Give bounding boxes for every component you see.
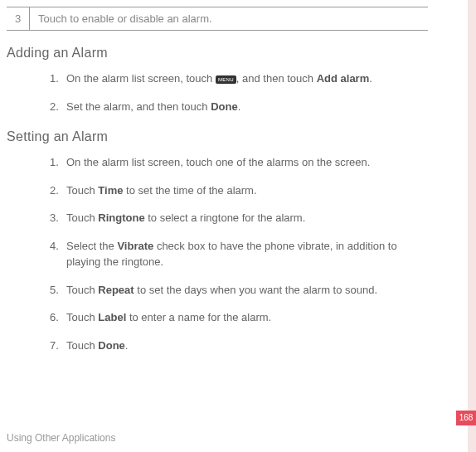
- setting-alarm-list: 1. On the alarm list screen, touch one o…: [50, 154, 420, 353]
- page-number-tab: 168: [456, 411, 476, 425]
- text-fragment: On the alarm list screen, touch one of t…: [66, 156, 370, 168]
- list-item: 5. Touch Repeat to set the days when you…: [50, 282, 420, 299]
- list-text: Touch Repeat to set the days when you wa…: [66, 282, 420, 299]
- adding-alarm-list: 1. On the alarm list screen, touch MENU,…: [50, 70, 420, 114]
- heading-adding-alarm: Adding an Alarm: [7, 46, 428, 61]
- table-cell-text: Touch to enable or disable an alarm.: [30, 7, 428, 30]
- list-number: 5.: [50, 282, 63, 299]
- list-text: Touch Label to enter a name for the alar…: [66, 309, 420, 326]
- bold-text: Done: [98, 339, 125, 352]
- bold-text: Label: [98, 311, 126, 323]
- list-item: 1. On the alarm list screen, touch MENU,…: [50, 70, 420, 87]
- table-cell-number: 3: [7, 7, 30, 30]
- list-number: 4.: [50, 238, 63, 270]
- bold-text: Time: [98, 184, 123, 197]
- list-number: 6.: [50, 309, 63, 326]
- menu-icon: MENU: [216, 75, 236, 84]
- list-text: On the alarm list screen, touch one of t…: [66, 154, 420, 171]
- text-fragment: to set the time of the alarm.: [123, 184, 256, 197]
- text-fragment: to select a ringtone for the alarm.: [145, 211, 306, 224]
- list-number: 3.: [50, 210, 63, 226]
- bold-text: Ringtone: [98, 211, 144, 224]
- text-fragment: Set the alarm, and then touch: [66, 100, 211, 113]
- text-fragment: Touch: [66, 211, 98, 224]
- list-item: 4. Select the Vibrate check box to have …: [50, 238, 420, 270]
- list-text: Touch Time to set the time of the alarm.: [66, 182, 420, 199]
- text-fragment: , and then touch: [236, 72, 317, 85]
- text-fragment: On the alarm list screen, touch: [66, 72, 216, 85]
- text-fragment: Touch: [66, 311, 98, 323]
- heading-setting-alarm: Setting an Alarm: [7, 129, 428, 144]
- list-item: 1. On the alarm list screen, touch one o…: [50, 154, 420, 171]
- list-text: Set the alarm, and then touch Done.: [66, 99, 420, 115]
- list-item: 7. Touch Done.: [50, 338, 420, 354]
- list-text: Select the Vibrate check box to have the…: [66, 238, 420, 270]
- list-item: 2. Set the alarm, and then touch Done.: [50, 99, 420, 115]
- list-item: 3. Touch Ringtone to select a ringtone f…: [50, 210, 420, 226]
- list-number: 1.: [50, 70, 63, 87]
- list-text: Touch Ringtone to select a ringtone for …: [66, 210, 420, 226]
- text-fragment: .: [238, 100, 241, 113]
- list-text: On the alarm list screen, touch MENU, an…: [66, 70, 420, 87]
- bold-text: Add alarm: [317, 72, 370, 85]
- list-text: Touch Done.: [66, 338, 420, 354]
- bold-text: Repeat: [98, 284, 134, 296]
- text-fragment: Touch: [66, 284, 98, 296]
- list-item: 2. Touch Time to set the time of the ala…: [50, 182, 420, 199]
- list-number: 2.: [50, 182, 63, 199]
- bold-text: Done: [211, 100, 238, 113]
- text-fragment: to enter a name for the alarm.: [126, 311, 271, 323]
- page-content: 3 Touch to enable or disable an alarm. A…: [0, 0, 453, 353]
- table-row: 3 Touch to enable or disable an alarm.: [7, 7, 428, 31]
- footer-text: Using Other Applications: [7, 432, 115, 444]
- list-number: 1.: [50, 154, 63, 171]
- bold-text: Vibrate: [117, 240, 153, 252]
- list-number: 7.: [50, 338, 63, 354]
- text-fragment: Touch: [66, 339, 98, 352]
- text-fragment: .: [125, 339, 129, 352]
- list-item: 6. Touch Label to enter a name for the a…: [50, 309, 420, 326]
- side-accent-bar: [468, 0, 476, 452]
- text-fragment: to set the days when you want the alarm …: [134, 284, 377, 296]
- text-fragment: Select the: [66, 240, 117, 252]
- list-number: 2.: [50, 99, 63, 115]
- text-fragment: .: [369, 72, 372, 85]
- text-fragment: Touch: [66, 184, 98, 197]
